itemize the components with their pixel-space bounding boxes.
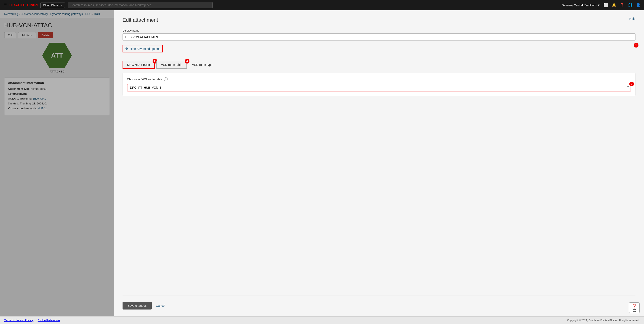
route-select-wrapper: DRG_RT_HUB_VCN_3 ⇅ 3 <box>127 84 631 92</box>
help-grid <box>633 309 636 312</box>
tab-vcn-route-table[interactable]: VCN route table <box>156 61 187 69</box>
route-section: Choose a DRG route table i DRG_RT_HUB_VC… <box>122 73 636 96</box>
help-dot-2 <box>634 309 636 310</box>
user-avatar[interactable]: 👤 <box>636 3 640 8</box>
badge-1: 1 <box>634 43 638 48</box>
monitor-icon[interactable]: ⬜ <box>604 3 608 8</box>
modal-panel: Edit attachment Help Display name ⚙ Hide… <box>114 10 644 316</box>
bell-icon[interactable]: 🔔 <box>612 3 616 8</box>
help-link[interactable]: Help <box>629 17 636 20</box>
footer-bar: Terms of Use and Privacy Cookie Preferen… <box>0 316 644 324</box>
modal-title: Edit attachment <box>122 17 158 23</box>
modal-spacer <box>122 100 636 295</box>
modal-footer: Save changes Cancel <box>122 295 636 310</box>
nav-right-section: Germany Central (Frankfurt) ▼ ⬜ 🔔 ❓ 🌐 👤 <box>562 3 640 8</box>
choose-drg-route-table-label: Choose a DRG route table <box>127 78 162 81</box>
sliders-icon: ⚙ <box>125 47 128 51</box>
modal-header: Edit attachment Help <box>122 17 636 23</box>
badge-3: 3 <box>629 82 634 86</box>
cloud-classic-button[interactable]: Cloud Classic > <box>40 2 65 8</box>
hide-advanced-options-link[interactable]: ⚙ Hide Advanced options <box>122 45 163 52</box>
globe-icon[interactable]: 🌐 <box>628 3 632 8</box>
top-navigation: ☰ ORACLE Cloud Cloud Classic > Germany C… <box>0 0 644 10</box>
help-widget-icon: ❓ <box>632 304 637 309</box>
hamburger-menu[interactable]: ☰ <box>4 3 7 8</box>
save-changes-button[interactable]: Save changes <box>122 302 152 310</box>
region-label: Germany Central (Frankfurt) <box>562 4 596 7</box>
hide-advanced-options-text: Hide Advanced options <box>130 47 160 50</box>
cookie-preferences-link[interactable]: Cookie Preferences <box>38 319 60 322</box>
oracle-logo: ORACLE Cloud <box>10 3 38 8</box>
tabs-container: DRG route table 2 VCN route table 4 VCN … <box>122 61 636 69</box>
help-widget[interactable]: ❓ <box>629 302 640 313</box>
region-selector[interactable]: Germany Central (Frankfurt) ▼ <box>562 4 600 7</box>
cancel-button[interactable]: Cancel <box>156 304 165 307</box>
tab-vcn-route-type[interactable]: VCN route type <box>188 62 216 68</box>
cloud-text: Cloud <box>27 3 38 8</box>
footer-left: Terms of Use and Privacy Cookie Preferen… <box>4 319 60 322</box>
chevron-down-icon: ▼ <box>597 4 600 7</box>
tab-area: DRG route table 2 VCN route table 4 VCN … <box>122 61 636 69</box>
global-search-input[interactable] <box>68 2 213 8</box>
display-name-label: Display name <box>122 29 636 32</box>
oracle-wordmark: ORACLE <box>10 3 26 8</box>
terms-link[interactable]: Terms of Use and Privacy <box>4 319 34 322</box>
display-name-group: Display name <box>122 29 636 41</box>
route-label: Choose a DRG route table i <box>127 78 631 81</box>
modal-overlay: Edit attachment Help Display name ⚙ Hide… <box>0 10 644 316</box>
copyright-text: Copyright © 2024, Oracle and/or its affi… <box>567 319 640 322</box>
help-icon[interactable]: ❓ <box>620 3 624 8</box>
display-name-input[interactable] <box>122 34 636 41</box>
help-dot-4 <box>634 311 636 312</box>
help-dot-3 <box>633 311 634 312</box>
info-icon[interactable]: i <box>164 78 168 81</box>
drg-route-table-select[interactable]: DRG_RT_HUB_VCN_3 <box>127 84 631 92</box>
tab-drg-route-table[interactable]: DRG route table <box>122 61 155 69</box>
help-dot-1 <box>633 309 634 310</box>
